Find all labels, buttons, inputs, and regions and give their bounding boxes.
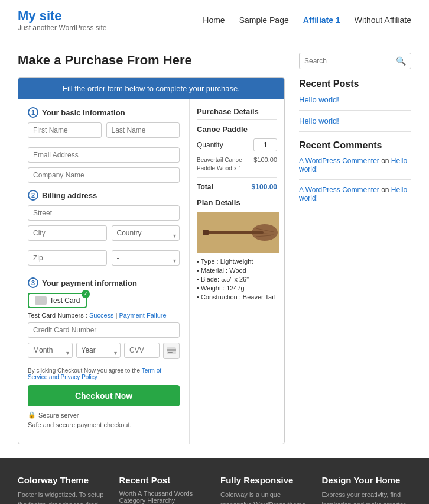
form-header: Fill the order form below to complete yo… — [18, 78, 284, 99]
site-footer: Colorway Theme Footer is widgetized. To … — [0, 458, 429, 504]
country-select-wrap: Country — [112, 225, 180, 245]
footer-widget-design: Design Your Home Express your creativity… — [322, 475, 412, 504]
footer-widget-1-text: Footer is widgetized. To setup the foote… — [18, 490, 108, 504]
footer-post-link-1[interactable]: Worth A Thousand Words — [119, 490, 209, 497]
card-date-row: Month Year — [28, 343, 180, 363]
secure-badge: 🔒 Secure server — [28, 411, 180, 419]
card-badge-label: Test Card — [50, 296, 80, 305]
footer-widget-recent-post: Recent Post Worth A Thousand Words Categ… — [119, 475, 209, 504]
section-billing: 2 Billing address Country — [28, 190, 180, 270]
zip-input[interactable] — [28, 250, 107, 266]
recent-post-1[interactable]: Hello world! — [299, 95, 411, 104]
section2-label: Billing address — [42, 191, 97, 200]
footer-widget-2-title: Recent Post — [119, 475, 209, 485]
footer-widget-4-text: Express your creativity, find inspiratio… — [322, 490, 412, 504]
section1-label: Your basic information — [42, 108, 125, 117]
checkout-button[interactable]: Checkout Now — [28, 385, 180, 406]
main-nav: Home Sample Page Affiliate 1 Without Aff… — [203, 15, 411, 25]
footer-widgets: Colorway Theme Footer is widgetized. To … — [18, 475, 411, 504]
card-icon — [35, 296, 47, 305]
name-row — [28, 122, 180, 143]
qty-row: Quantity — [197, 138, 277, 151]
paddle-image — [197, 212, 280, 253]
feature-construction: Construction : Beaver Tail — [197, 293, 277, 301]
divider-3 — [299, 179, 411, 180]
recent-comments-title: Recent Comments — [299, 140, 411, 151]
comment-author-1[interactable]: A WordPress Commenter — [299, 157, 379, 165]
footer-widget-3-title: Fully Responsive — [220, 475, 310, 485]
recent-post-2[interactable]: Hello world! — [299, 117, 411, 125]
search-input[interactable] — [304, 57, 396, 65]
nav-home[interactable]: Home — [203, 15, 225, 25]
item-label: Beavertail Canoe Paddle Wood x 1 — [197, 156, 254, 173]
feature-weight: Weight : 1247g — [197, 285, 277, 292]
footer-widget-4-title: Design Your Home — [322, 475, 412, 485]
cvv-input[interactable] — [124, 343, 160, 358]
recent-posts-title: Recent Posts — [299, 79, 411, 89]
site-header: My site Just another WordPress site Home… — [0, 0, 429, 38]
success-link[interactable]: Success — [89, 312, 114, 319]
purchase-details-title: Purchase Details — [197, 107, 277, 120]
search-box: 🔍 — [299, 53, 411, 69]
card-badge: Test Card ✓ — [28, 293, 87, 308]
lock-icon: 🔒 — [28, 411, 36, 419]
failure-link[interactable]: Payment Failure — [119, 312, 167, 319]
page-title: Make a Purchase From Here — [18, 53, 285, 68]
nav-without-affiliate[interactable]: Without Affiliate — [355, 15, 411, 25]
total-label: Total — [197, 183, 213, 191]
plan-features-list: Type : Lightweight Material : Wood Blade… — [197, 258, 277, 301]
comment-author-2[interactable]: A WordPress Commenter — [299, 186, 379, 194]
form-body: 1 Your basic information 2 — [18, 99, 284, 444]
company-input[interactable] — [28, 167, 180, 183]
svg-rect-2 — [168, 352, 173, 353]
order-form-wrapper: Fill the order form below to complete yo… — [18, 77, 285, 444]
dash-select-wrap: - — [112, 250, 180, 270]
month-select[interactable]: Month — [28, 343, 73, 358]
product-name: Canoe Paddle — [197, 125, 277, 134]
first-name-input[interactable] — [28, 122, 102, 138]
divider-1 — [299, 110, 411, 111]
month-select-wrap: Month — [28, 343, 73, 363]
last-name-input[interactable] — [106, 122, 180, 138]
feature-material: Material : Wood — [197, 267, 277, 274]
feature-type: Type : Lightweight — [197, 258, 277, 265]
qty-label: Quantity — [197, 141, 223, 149]
sidebar: 🔍 Recent Posts Hello world! Hello world!… — [299, 53, 411, 444]
footer-post-link-2[interactable]: Category Hierarchy — [119, 497, 209, 504]
cc-number-input[interactable] — [28, 322, 180, 338]
section2-num: 2 — [28, 190, 38, 201]
site-tagline: Just another WordPress site — [18, 24, 107, 32]
city-country-row: Country — [28, 225, 180, 245]
divider-2 — [299, 131, 411, 132]
comment-1: A WordPress Commenter on Hello world! — [299, 157, 411, 173]
search-icon[interactable]: 🔍 — [396, 56, 406, 66]
qty-input[interactable] — [254, 138, 277, 151]
check-icon: ✓ — [82, 290, 90, 298]
test-card-notice: Test Card Numbers : Success | Payment Fa… — [28, 312, 180, 319]
svg-rect-6 — [203, 230, 209, 235]
svg-rect-5 — [206, 231, 264, 234]
year-select[interactable]: Year — [76, 343, 121, 358]
section-basic-info: 1 Your basic information — [28, 107, 180, 183]
item-price: $100.00 — [254, 156, 277, 173]
site-branding: My site Just another WordPress site — [18, 8, 107, 32]
section3-heading: 3 Your payment information — [28, 277, 180, 288]
city-input[interactable] — [28, 225, 107, 241]
section3-num: 3 — [28, 277, 38, 288]
total-amount: $100.00 — [252, 183, 277, 191]
street-input[interactable] — [28, 205, 180, 221]
country-select[interactable]: Country — [112, 225, 180, 241]
content-area: Make a Purchase From Here Fill the order… — [18, 53, 285, 444]
comment-2: A WordPress Commenter on Hello world! — [299, 186, 411, 202]
dash-select[interactable]: - — [112, 250, 180, 266]
email-input[interactable] — [28, 147, 180, 163]
section2-heading: 2 Billing address — [28, 190, 180, 201]
form-right: Purchase Details Canoe Paddle Quantity B… — [190, 99, 284, 444]
safe-text: Safe and secure payment checkout. — [28, 421, 180, 428]
nav-affiliate1[interactable]: Affiliate 1 — [303, 15, 340, 25]
nav-sample-page[interactable]: Sample Page — [239, 15, 289, 25]
svg-rect-1 — [167, 349, 176, 351]
feature-blade: Blade: 5.5" x 26" — [197, 276, 277, 283]
terms-text: By clicking Checkout Now you agree to th… — [28, 367, 180, 380]
main-content: Make a Purchase From Here Fill the order… — [0, 38, 429, 458]
